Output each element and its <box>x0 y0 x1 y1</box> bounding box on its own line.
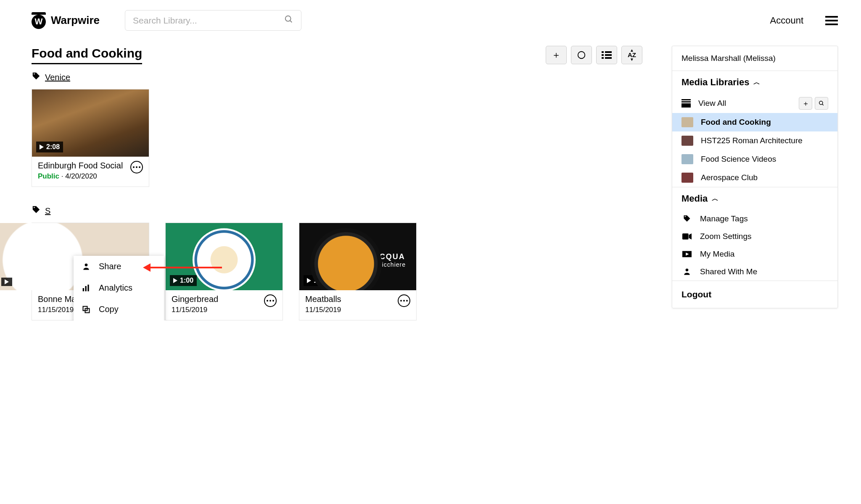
play-icon <box>681 251 692 257</box>
more-button[interactable] <box>264 294 277 307</box>
person-icon <box>81 262 91 271</box>
menu-item-analytics[interactable]: Analytics <box>74 277 164 299</box>
annotation-arrow <box>143 263 222 272</box>
search-icon[interactable] <box>284 15 293 26</box>
media-item-manage-tags[interactable]: Manage Tags <box>672 210 837 228</box>
media-card[interactable]: ACQUA 1 bicchiere 1:00 Meatballs 11/15/2… <box>299 223 417 320</box>
record-button[interactable] <box>571 46 592 64</box>
svg-point-21 <box>686 269 689 272</box>
tag-partial[interactable]: S <box>45 206 50 216</box>
duration-badge <box>1 278 12 286</box>
brand-name: Warpwire <box>51 14 100 27</box>
play-icon <box>173 278 177 283</box>
logo-icon: W <box>32 12 46 29</box>
tag-row: S <box>32 205 642 217</box>
view-list-button[interactable] <box>596 46 617 64</box>
media-title: Meatballs <box>305 294 341 304</box>
svg-point-2 <box>578 52 585 59</box>
svg-rect-6 <box>605 54 612 56</box>
library-item-food-science[interactable]: Food Science Videos <box>672 150 837 168</box>
add-library-button[interactable]: ＋ <box>799 97 812 110</box>
analytics-icon <box>81 284 91 292</box>
chevron-up-icon: ︿ <box>753 78 760 87</box>
library-item-food-cooking[interactable]: Food and Cooking <box>672 113 837 131</box>
video-icon <box>681 233 692 240</box>
current-user: Melissa Marshall (Melissa) <box>672 46 837 71</box>
tag-icon <box>32 205 41 217</box>
brand-lockup: W Warpwire <box>32 12 100 29</box>
library-thumb <box>681 117 693 127</box>
svg-line-18 <box>822 104 824 105</box>
svg-rect-4 <box>605 51 612 53</box>
library-item-hst225[interactable]: HST225 Roman Architecture <box>672 131 837 150</box>
library-thumb <box>681 173 693 183</box>
view-all-link[interactable]: View All <box>698 99 726 108</box>
svg-rect-12 <box>87 284 89 291</box>
svg-rect-3 <box>602 51 604 53</box>
copy-icon <box>81 305 91 314</box>
person-icon <box>681 268 692 276</box>
media-thumbnail[interactable]: 1:00 <box>166 223 283 290</box>
media-card[interactable]: 2:08 Edinburgh Food Social Public · 4/20… <box>32 89 149 187</box>
chevron-up-icon: ︿ <box>712 194 718 203</box>
sort-button[interactable]: ▲ AZ ▼ <box>621 46 642 64</box>
svg-rect-5 <box>602 54 604 56</box>
library-title[interactable]: Food and Cooking <box>32 46 142 64</box>
media-thumbnail[interactable]: ACQUA 1 bicchiere 1:00 <box>299 223 416 290</box>
svg-rect-11 <box>85 286 87 291</box>
library-toolbar: ＋ ▲ AZ ▼ <box>546 46 642 64</box>
tag-venice[interactable]: Venice <box>45 73 70 82</box>
account-panel: Melissa Marshall (Melissa) Media Librari… <box>672 46 838 308</box>
media-header[interactable]: Media ︿ <box>672 187 837 210</box>
library-thumb <box>681 154 693 164</box>
media-item-zoom[interactable]: Zoom Settings <box>672 228 837 245</box>
libraries-header[interactable]: Media Libraries ︿ <box>672 71 837 94</box>
add-button[interactable]: ＋ <box>546 46 567 64</box>
svg-point-9 <box>85 263 88 266</box>
app-header: W Warpwire Account <box>0 0 861 35</box>
account-link[interactable]: Account <box>770 15 804 26</box>
svg-rect-19 <box>682 234 689 240</box>
play-icon <box>40 144 44 150</box>
svg-rect-8 <box>605 57 612 59</box>
search-box[interactable] <box>125 10 301 31</box>
svg-line-1 <box>290 21 292 23</box>
library-thumb <box>681 136 693 146</box>
media-meta: Public · 4/20/2020 <box>38 172 123 181</box>
stack-icon <box>681 99 691 108</box>
tag-row: Venice <box>32 72 642 83</box>
media-item-my-media[interactable]: My Media <box>672 245 837 263</box>
duration-badge: 1:00 <box>304 275 330 286</box>
svg-point-17 <box>819 101 823 105</box>
svg-point-0 <box>285 16 291 21</box>
thumb-overlay: ACQUA 1 bicchiere <box>372 252 406 268</box>
search-input[interactable] <box>133 16 272 26</box>
tag-icon <box>681 215 692 223</box>
logout-link[interactable]: Logout <box>672 281 837 308</box>
media-thumbnail[interactable]: 2:08 <box>32 89 149 157</box>
svg-rect-7 <box>602 57 604 59</box>
media-item-shared[interactable]: Shared With Me <box>672 263 837 281</box>
media-date: 11/15/2019 <box>172 306 218 314</box>
tag-icon <box>32 72 41 83</box>
search-libraries-button[interactable] <box>815 97 828 110</box>
more-button[interactable] <box>130 161 143 173</box>
duration-badge: 1:00 <box>170 275 197 286</box>
play-icon <box>307 278 311 283</box>
more-button[interactable] <box>398 294 410 307</box>
duration-badge: 2:08 <box>36 142 63 152</box>
media-title: Edinburgh Food Social <box>38 161 123 171</box>
media-date: 11/15/2019 <box>305 306 341 314</box>
menu-item-copy[interactable]: Copy <box>74 299 164 320</box>
library-item-aerospace[interactable]: Aerospace Club <box>672 168 837 187</box>
menu-icon[interactable] <box>825 16 838 25</box>
play-icon <box>5 279 9 284</box>
media-title: Gingerbread <box>172 294 218 304</box>
svg-rect-10 <box>83 288 84 291</box>
menu-item-delete[interactable]: Delete <box>74 320 164 320</box>
